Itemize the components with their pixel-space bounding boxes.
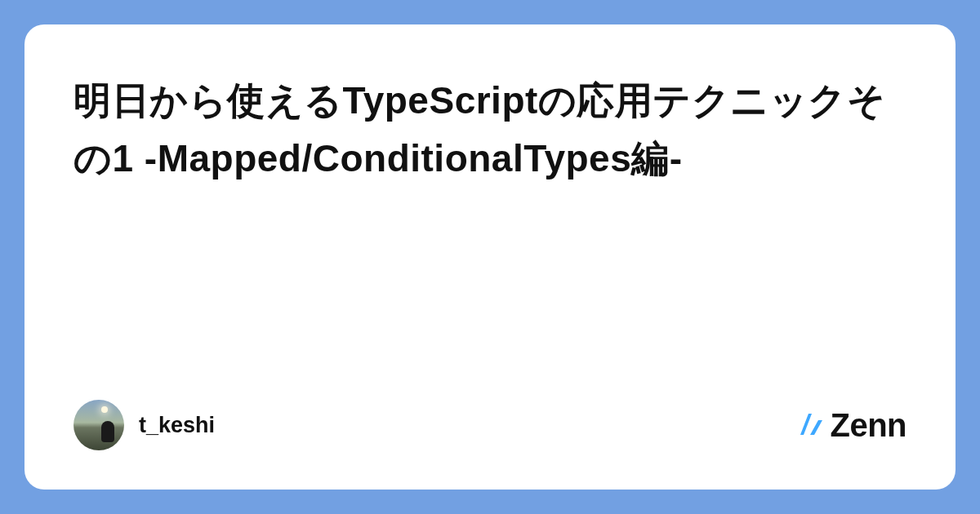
card-footer: t_keshi Zenn bbox=[74, 400, 906, 450]
author-block: t_keshi bbox=[74, 400, 215, 450]
og-card: 明日から使えるTypeScriptの応用テクニックその1 -Mapped/Con… bbox=[24, 24, 956, 490]
article-title: 明日から使えるTypeScriptの応用テクニックその1 -Mapped/Con… bbox=[74, 72, 906, 188]
brand-name: Zenn bbox=[830, 407, 906, 444]
zenn-logo-icon bbox=[797, 410, 826, 440]
author-username: t_keshi bbox=[139, 413, 215, 438]
brand-logo: Zenn bbox=[797, 407, 906, 444]
avatar bbox=[74, 400, 124, 450]
